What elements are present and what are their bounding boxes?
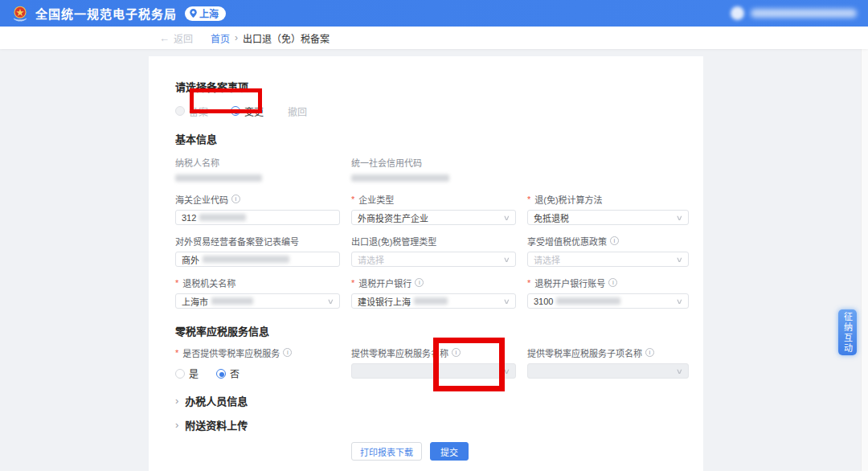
zero-service-subitem-select: ∨ bbox=[527, 363, 689, 379]
radio-option-withdraw[interactable]: 撤回 bbox=[288, 104, 307, 118]
calc-method-select[interactable]: 免抵退税 ∨ bbox=[527, 210, 689, 225]
info-icon[interactable]: i bbox=[610, 236, 619, 245]
breadcrumb-current: 出口退（免）税备案 bbox=[243, 31, 330, 45]
info-icon[interactable]: i bbox=[415, 278, 424, 287]
required-mark: * bbox=[175, 278, 178, 288]
field-taxpayer-name: 纳税人名称 bbox=[175, 156, 340, 183]
field-refund-account: * 退税开户银行账号 i 3100 ∨ bbox=[527, 276, 689, 309]
radio-yes-label: 是 bbox=[189, 367, 199, 380]
personnel-section-label: 办税人员信息 bbox=[185, 393, 248, 408]
taxpayer-name-label: 纳税人名称 bbox=[175, 156, 340, 168]
app-title: 全国统一规范电子税务局 bbox=[35, 5, 177, 22]
trade-reg-input[interactable]: 商外 bbox=[175, 252, 340, 267]
zero-service-radio-group: 是 否 bbox=[175, 366, 340, 381]
field-calc-method: * 退(免)税计算方法 免抵退税 ∨ bbox=[527, 193, 689, 225]
user-avatar[interactable] bbox=[731, 6, 744, 20]
breadcrumb-bar: ← 返回 首页 › 出口退（免）税备案 bbox=[0, 27, 868, 49]
refund-bank-label: 退税开户银行 bbox=[358, 276, 411, 289]
refund-authority-select[interactable]: 上海市 ∨ bbox=[175, 293, 340, 309]
form-panel: 请选择备案事项 备案 变更 撤回 基本信息 纳税人名称 统一社会信用代码 海关企 bbox=[149, 56, 703, 471]
vat-policy-label: 享受增值税优惠政策 bbox=[527, 235, 607, 248]
basic-info-row-2: 海关企业代码 i 312 * 企业类型 外商投资生产企业 ∨ * 退(免)税计算… bbox=[175, 193, 689, 225]
radio-no-label: 否 bbox=[230, 367, 240, 380]
calc-method-value: 免抵退税 bbox=[534, 211, 569, 224]
info-icon[interactable]: i bbox=[231, 195, 240, 203]
required-mark: * bbox=[351, 195, 354, 204]
refund-bank-select[interactable]: 建设银行上海 ∨ bbox=[351, 293, 516, 309]
zero-service-subitem-label: 提供零税率应税服务子项名称 bbox=[527, 346, 642, 359]
customs-code-input[interactable]: 312 bbox=[175, 210, 340, 225]
mgmt-type-label: 出口退(免)税管理类型 bbox=[351, 235, 436, 248]
zero-rate-row: * 是否提供零税率应税服务 i 是 否 提供零税率应税服务名称 i bbox=[175, 346, 689, 381]
radio-withdraw-label: 撤回 bbox=[288, 104, 307, 118]
customs-code-label: 海关企业代码 bbox=[175, 193, 228, 206]
section-upload-collapsed[interactable]: › 附送资料上传 bbox=[175, 418, 689, 432]
vat-policy-placeholder: 请选择 bbox=[534, 253, 560, 266]
form-actions: 打印报表下载 提交 bbox=[175, 442, 689, 461]
breadcrumb-home-link[interactable]: 首页 bbox=[211, 31, 230, 45]
required-mark: * bbox=[527, 195, 530, 204]
field-mgmt-type: 出口退(免)税管理类型 请选择 ∨ bbox=[351, 235, 516, 267]
radio-no-circle[interactable] bbox=[216, 369, 226, 379]
credit-code-label: 统一社会信用代码 bbox=[351, 156, 516, 168]
back-arrow-icon[interactable]: ← bbox=[159, 32, 170, 44]
field-zero-service-subitem: 提供零税率应税服务子项名称 i ∨ bbox=[527, 346, 689, 381]
taxpayer-name-value-redacted bbox=[175, 172, 340, 183]
scrollbar-track[interactable] bbox=[861, 49, 868, 471]
vat-policy-select[interactable]: 请选择 ∨ bbox=[527, 252, 689, 267]
tax-interaction-floating-tab[interactable]: 征纳互动 bbox=[838, 309, 857, 355]
tax-bureau-emblem-icon bbox=[11, 5, 29, 23]
credit-code-value-redacted bbox=[351, 172, 516, 183]
radio-yes-circle[interactable] bbox=[175, 369, 185, 379]
enterprise-type-value: 外商投资生产企业 bbox=[358, 211, 428, 224]
calc-method-label: 退(免)税计算方法 bbox=[534, 193, 602, 206]
refund-account-select[interactable]: 3100 ∨ bbox=[527, 293, 689, 309]
chevron-down-icon: ∨ bbox=[503, 297, 510, 305]
field-enterprise-type: * 企业类型 外商投资生产企业 ∨ bbox=[351, 193, 516, 225]
upload-section-label: 附送资料上传 bbox=[185, 417, 248, 432]
section-title-zero-rate: 零税率应税服务信息 bbox=[175, 323, 689, 338]
info-icon[interactable]: i bbox=[283, 348, 292, 357]
field-credit-code: 统一社会信用代码 bbox=[351, 156, 516, 183]
annotation-highlight-change-option bbox=[190, 88, 262, 113]
required-mark: * bbox=[351, 278, 354, 288]
user-company-name-redacted bbox=[751, 9, 857, 18]
enterprise-type-select[interactable]: 外商投资生产企业 ∨ bbox=[351, 210, 516, 225]
required-mark: * bbox=[175, 348, 178, 358]
radio-option-no[interactable]: 否 bbox=[216, 367, 240, 380]
field-refund-authority: * 退税机关名称 上海市 ∨ bbox=[175, 276, 340, 309]
section-title-basic-info: 基本信息 bbox=[175, 131, 689, 146]
region-badge-label: 上海 bbox=[199, 6, 219, 20]
chevron-down-icon: ∨ bbox=[327, 297, 334, 305]
location-pin-icon bbox=[190, 9, 197, 18]
info-icon[interactable]: i bbox=[608, 278, 617, 287]
info-icon[interactable]: i bbox=[645, 348, 654, 357]
field-customs-code: 海关企业代码 i 312 bbox=[175, 193, 340, 225]
refund-account-label: 退税开户银行账号 bbox=[534, 276, 605, 289]
field-zero-service: * 是否提供零税率应税服务 i 是 否 bbox=[175, 346, 340, 381]
annotation-highlight-submit-button bbox=[433, 338, 505, 391]
back-button[interactable]: 返回 bbox=[174, 31, 193, 45]
mgmt-type-select[interactable]: 请选择 ∨ bbox=[351, 252, 516, 267]
radio-filing-circle[interactable] bbox=[175, 106, 185, 116]
radio-option-yes[interactable]: 是 bbox=[175, 367, 199, 380]
section-personnel-collapsed[interactable]: › 办税人员信息 bbox=[175, 394, 689, 408]
customs-code-value-prefix: 312 bbox=[182, 213, 196, 223]
field-refund-bank: * 退税开户银行 i 建设银行上海 ∨ bbox=[351, 276, 516, 309]
chevron-right-icon: › bbox=[175, 419, 178, 431]
refund-bank-value-prefix: 建设银行上海 bbox=[358, 295, 411, 308]
print-report-button[interactable]: 打印报表下载 bbox=[351, 442, 422, 461]
refund-account-value-prefix: 3100 bbox=[534, 297, 553, 306]
field-vat-policy: 享受增值税优惠政策 i 请选择 ∨ bbox=[527, 235, 689, 267]
zero-service-label: 是否提供零税率应税服务 bbox=[182, 346, 280, 359]
trade-reg-label: 对外贸易经营者备案登记表编号 bbox=[175, 235, 299, 248]
enterprise-type-label: 企业类型 bbox=[358, 193, 394, 206]
basic-info-row-3: 对外贸易经营者备案登记表编号 商外 出口退(免)税管理类型 请选择 ∨ 享受增值… bbox=[175, 235, 689, 267]
basic-info-row-1: 纳税人名称 统一社会信用代码 bbox=[175, 156, 689, 183]
submit-button[interactable]: 提交 bbox=[430, 442, 469, 461]
chevron-down-icon: ∨ bbox=[503, 214, 510, 222]
breadcrumb-separator: › bbox=[235, 32, 238, 43]
required-mark: * bbox=[527, 278, 530, 288]
region-badge[interactable]: 上海 bbox=[185, 6, 226, 21]
chevron-down-icon: ∨ bbox=[676, 367, 683, 375]
